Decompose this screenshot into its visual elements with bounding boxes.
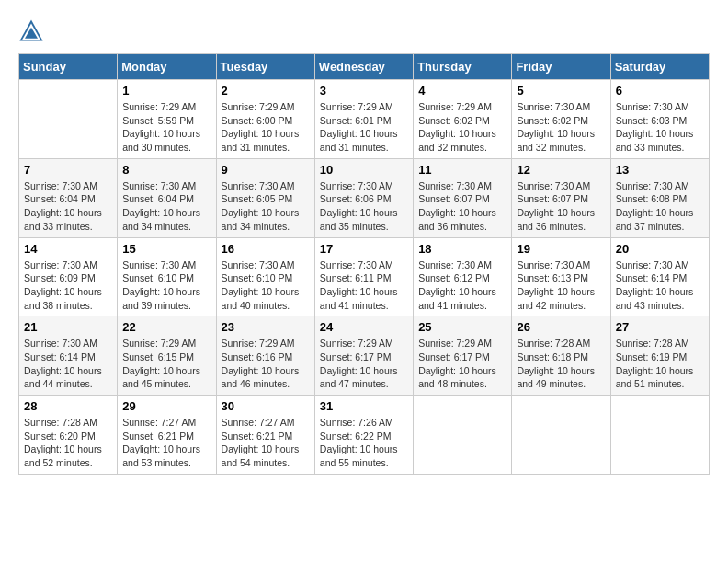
day-info: Sunrise: 7:30 AM Sunset: 6:14 PM Dayligh…	[24, 337, 112, 391]
calendar-cell	[512, 396, 610, 475]
calendar-cell: 24Sunrise: 7:29 AM Sunset: 6:17 PM Dayli…	[314, 316, 413, 396]
calendar-cell: 31Sunrise: 7:26 AM Sunset: 6:22 PM Dayli…	[314, 396, 413, 475]
day-info: Sunrise: 7:30 AM Sunset: 6:10 PM Dayligh…	[222, 259, 310, 313]
day-number: 15	[122, 242, 210, 256]
day-info: Sunrise: 7:28 AM Sunset: 6:18 PM Dayligh…	[517, 337, 605, 391]
day-number: 27	[616, 320, 704, 334]
logo	[18, 18, 46, 44]
weekday-header-sunday: Sunday	[19, 54, 118, 80]
day-info: Sunrise: 7:27 AM Sunset: 6:21 PM Dayligh…	[222, 416, 310, 470]
calendar-cell: 13Sunrise: 7:30 AM Sunset: 6:08 PM Dayli…	[610, 158, 709, 237]
weekday-header-monday: Monday	[118, 54, 216, 80]
weekday-header-thursday: Thursday	[414, 54, 512, 80]
day-info: Sunrise: 7:30 AM Sunset: 6:07 PM Dayligh…	[517, 179, 605, 234]
day-number: 7	[24, 163, 112, 177]
logo-icon	[18, 18, 44, 44]
day-number: 9	[222, 163, 310, 177]
day-info: Sunrise: 7:29 AM Sunset: 6:01 PM Dayligh…	[320, 100, 408, 155]
day-info: Sunrise: 7:30 AM Sunset: 6:06 PM Dayligh…	[320, 179, 408, 234]
day-info: Sunrise: 7:30 AM Sunset: 6:02 PM Dayligh…	[517, 100, 605, 155]
day-number: 10	[320, 163, 408, 177]
calendar-cell: 26Sunrise: 7:28 AM Sunset: 6:18 PM Dayli…	[512, 316, 610, 396]
calendar-cell: 28Sunrise: 7:28 AM Sunset: 6:20 PM Dayli…	[19, 396, 118, 475]
calendar-cell: 20Sunrise: 7:30 AM Sunset: 6:14 PM Dayli…	[610, 237, 709, 316]
calendar-cell: 3Sunrise: 7:29 AM Sunset: 6:01 PM Daylig…	[314, 80, 413, 159]
day-number: 26	[517, 320, 605, 334]
day-number: 2	[222, 84, 310, 98]
day-info: Sunrise: 7:29 AM Sunset: 6:17 PM Dayligh…	[418, 337, 506, 391]
calendar-cell	[19, 80, 118, 159]
day-number: 22	[122, 320, 210, 334]
weekday-header-saturday: Saturday	[610, 54, 709, 80]
weekday-header-wednesday: Wednesday	[314, 54, 413, 80]
day-info: Sunrise: 7:29 AM Sunset: 6:15 PM Dayligh…	[122, 337, 210, 391]
calendar-cell: 23Sunrise: 7:29 AM Sunset: 6:16 PM Dayli…	[216, 316, 314, 396]
day-number: 14	[24, 242, 112, 256]
day-info: Sunrise: 7:30 AM Sunset: 6:05 PM Dayligh…	[222, 179, 310, 234]
calendar-cell: 30Sunrise: 7:27 AM Sunset: 6:21 PM Dayli…	[216, 396, 314, 475]
calendar-cell: 19Sunrise: 7:30 AM Sunset: 6:13 PM Dayli…	[512, 237, 610, 316]
weekday-header-friday: Friday	[512, 54, 610, 80]
day-number: 20	[616, 242, 704, 256]
day-number: 29	[122, 399, 210, 413]
day-number: 21	[24, 320, 112, 334]
day-info: Sunrise: 7:30 AM Sunset: 6:08 PM Dayligh…	[616, 179, 704, 234]
day-info: Sunrise: 7:29 AM Sunset: 6:02 PM Dayligh…	[418, 100, 506, 155]
day-number: 11	[418, 163, 506, 177]
day-number: 13	[616, 163, 704, 177]
calendar-week-row: 14Sunrise: 7:30 AM Sunset: 6:09 PM Dayli…	[19, 237, 710, 316]
day-number: 25	[418, 320, 506, 334]
day-info: Sunrise: 7:30 AM Sunset: 6:03 PM Dayligh…	[616, 100, 704, 155]
day-number: 31	[320, 399, 408, 413]
day-number: 5	[517, 84, 605, 98]
day-number: 12	[517, 163, 605, 177]
calendar-cell: 27Sunrise: 7:28 AM Sunset: 6:19 PM Dayli…	[610, 316, 709, 396]
day-info: Sunrise: 7:26 AM Sunset: 6:22 PM Dayligh…	[320, 416, 408, 470]
day-info: Sunrise: 7:30 AM Sunset: 6:14 PM Dayligh…	[616, 259, 704, 313]
weekday-header-row: SundayMondayTuesdayWednesdayThursdayFrid…	[19, 54, 710, 80]
day-info: Sunrise: 7:29 AM Sunset: 6:00 PM Dayligh…	[222, 100, 310, 155]
calendar-cell: 21Sunrise: 7:30 AM Sunset: 6:14 PM Dayli…	[19, 316, 118, 396]
day-info: Sunrise: 7:29 AM Sunset: 6:17 PM Dayligh…	[320, 337, 408, 391]
calendar-table: SundayMondayTuesdayWednesdayThursdayFrid…	[18, 53, 710, 475]
day-info: Sunrise: 7:30 AM Sunset: 6:09 PM Dayligh…	[24, 259, 112, 313]
calendar-cell: 4Sunrise: 7:29 AM Sunset: 6:02 PM Daylig…	[414, 80, 512, 159]
calendar-cell: 8Sunrise: 7:30 AM Sunset: 6:04 PM Daylig…	[118, 158, 216, 237]
calendar-cell: 1Sunrise: 7:29 AM Sunset: 5:59 PM Daylig…	[118, 80, 216, 159]
day-number: 18	[418, 242, 506, 256]
page-header	[18, 18, 710, 44]
calendar-cell: 17Sunrise: 7:30 AM Sunset: 6:11 PM Dayli…	[314, 237, 413, 316]
day-number: 6	[616, 84, 704, 98]
day-number: 30	[222, 399, 310, 413]
day-number: 23	[222, 320, 310, 334]
day-info: Sunrise: 7:30 AM Sunset: 6:04 PM Dayligh…	[122, 179, 210, 234]
calendar-cell: 25Sunrise: 7:29 AM Sunset: 6:17 PM Dayli…	[414, 316, 512, 396]
day-number: 3	[320, 84, 408, 98]
calendar-cell: 10Sunrise: 7:30 AM Sunset: 6:06 PM Dayli…	[314, 158, 413, 237]
calendar-cell: 15Sunrise: 7:30 AM Sunset: 6:10 PM Dayli…	[118, 237, 216, 316]
day-number: 16	[222, 242, 310, 256]
calendar-cell: 5Sunrise: 7:30 AM Sunset: 6:02 PM Daylig…	[512, 80, 610, 159]
day-info: Sunrise: 7:28 AM Sunset: 6:20 PM Dayligh…	[24, 416, 112, 470]
calendar-cell: 29Sunrise: 7:27 AM Sunset: 6:21 PM Dayli…	[118, 396, 216, 475]
day-info: Sunrise: 7:29 AM Sunset: 6:16 PM Dayligh…	[222, 337, 310, 391]
calendar-cell	[414, 396, 512, 475]
weekday-header-tuesday: Tuesday	[216, 54, 314, 80]
day-info: Sunrise: 7:30 AM Sunset: 6:12 PM Dayligh…	[418, 259, 506, 313]
calendar-cell: 7Sunrise: 7:30 AM Sunset: 6:04 PM Daylig…	[19, 158, 118, 237]
day-number: 28	[24, 399, 112, 413]
calendar-cell: 6Sunrise: 7:30 AM Sunset: 6:03 PM Daylig…	[610, 80, 709, 159]
calendar-cell: 22Sunrise: 7:29 AM Sunset: 6:15 PM Dayli…	[118, 316, 216, 396]
day-info: Sunrise: 7:30 AM Sunset: 6:07 PM Dayligh…	[418, 179, 506, 234]
day-number: 1	[122, 84, 210, 98]
day-number: 19	[517, 242, 605, 256]
calendar-cell	[610, 396, 709, 475]
calendar-cell: 2Sunrise: 7:29 AM Sunset: 6:00 PM Daylig…	[216, 80, 314, 159]
calendar-cell: 18Sunrise: 7:30 AM Sunset: 6:12 PM Dayli…	[414, 237, 512, 316]
day-info: Sunrise: 7:30 AM Sunset: 6:04 PM Dayligh…	[24, 179, 112, 234]
day-number: 24	[320, 320, 408, 334]
calendar-week-row: 7Sunrise: 7:30 AM Sunset: 6:04 PM Daylig…	[19, 158, 710, 237]
calendar-cell: 9Sunrise: 7:30 AM Sunset: 6:05 PM Daylig…	[216, 158, 314, 237]
day-number: 17	[320, 242, 408, 256]
calendar-week-row: 21Sunrise: 7:30 AM Sunset: 6:14 PM Dayli…	[19, 316, 710, 396]
